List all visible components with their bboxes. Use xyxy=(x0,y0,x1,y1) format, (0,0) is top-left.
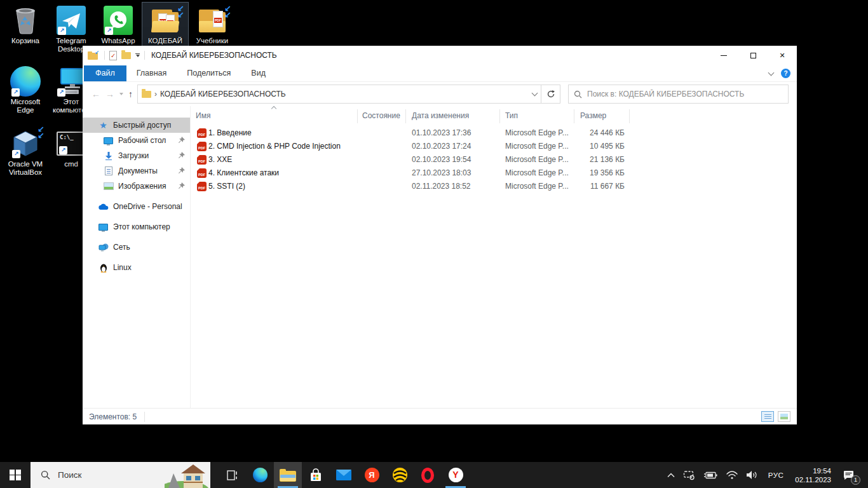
column-header-size[interactable]: Размер xyxy=(580,111,606,120)
sidebar-item-network[interactable]: Сеть xyxy=(83,240,190,255)
tab-share[interactable]: Поделиться xyxy=(177,65,241,81)
search-highlight-image xyxy=(165,462,210,488)
taskbar-search[interactable]: Поиск xyxy=(31,462,210,488)
sidebar-item-pictures[interactable]: Изображения xyxy=(83,179,190,194)
help-button[interactable]: ? xyxy=(781,69,790,78)
task-view-button[interactable] xyxy=(218,462,246,488)
sync-arrows-icon: ↙↙ xyxy=(224,6,229,18)
expand-ribbon-button[interactable] xyxy=(768,69,775,76)
file-row[interactable]: PDF 1. Введение 01.10.2023 17:36 Microso… xyxy=(191,126,797,140)
action-center-button[interactable]: 1 xyxy=(836,462,864,488)
documents-icon xyxy=(105,166,112,175)
pin-icon[interactable] xyxy=(178,167,185,174)
clock[interactable]: 19:54 02.11.2023 xyxy=(790,462,836,488)
desktop-icon xyxy=(104,137,113,144)
sync-arrows-icon: ↙↙ xyxy=(177,6,182,18)
properties-button[interactable] xyxy=(109,51,117,60)
volume-indicator[interactable] xyxy=(742,462,762,488)
details-view-button[interactable] xyxy=(761,411,774,422)
file-row[interactable]: PDF 3. XXE 02.10.2023 19:54 Microsoft Ed… xyxy=(191,153,797,166)
start-button[interactable] xyxy=(0,462,31,488)
thumbnails-view-button[interactable] xyxy=(778,411,790,422)
store-icon xyxy=(309,468,323,482)
shortcut-arrow-icon: ↗ xyxy=(58,27,66,35)
clock-time: 19:54 xyxy=(795,466,831,475)
tab-file[interactable]: Файл xyxy=(84,65,126,81)
file-type: Microsoft Edge P... xyxy=(505,142,569,151)
wifi-indicator[interactable] xyxy=(722,462,742,488)
battery-indicator[interactable] xyxy=(699,462,722,488)
pin-icon[interactable] xyxy=(178,182,185,189)
file-row[interactable]: PDF 4. Клиентские атаки 27.10.2023 18:03… xyxy=(191,166,797,180)
address-dropdown-button[interactable] xyxy=(532,90,538,97)
sidebar-item-this-pc[interactable]: Этот компьютер xyxy=(83,219,190,234)
tab-home[interactable]: Главная xyxy=(126,65,177,81)
new-folder-button[interactable] xyxy=(121,52,131,59)
sidebar-item-label: Быстрый доступ xyxy=(113,121,171,130)
shortcut-arrow-icon: ↗ xyxy=(11,88,20,97)
taskbar-microsoft-store[interactable] xyxy=(302,462,330,488)
breadcrumb[interactable]: КОДЕБАЙ КИБЕРБЕЗОПАСНОСТЬ xyxy=(160,90,286,98)
up-button[interactable]: ↑ xyxy=(128,89,133,99)
sync-arrows-icon: ↙↙ xyxy=(37,126,43,139)
refresh-button[interactable] xyxy=(541,85,560,104)
column-header-type[interactable]: Тип xyxy=(505,111,518,120)
pin-icon[interactable] xyxy=(178,137,185,144)
sidebar-item-onedrive[interactable]: OneDrive - Personal xyxy=(83,199,190,214)
desktop-icon-label: Учебники xyxy=(189,37,235,45)
file-row[interactable]: PDF 2. CMD Injection & PHP Code Injectio… xyxy=(191,140,797,153)
language-indicator[interactable]: РУС xyxy=(762,462,790,488)
desktop-icon-edge[interactable]: ↗ Microsoft Edge xyxy=(3,64,48,116)
taskbar-file-explorer[interactable] xyxy=(274,462,302,488)
search-box[interactable]: Поиск в: КОДЕБАЙ КИБЕРБЕЗОПАСНОСТЬ xyxy=(568,85,789,104)
folder-pdf-icon: PDF PDF ↙↙ xyxy=(142,4,188,37)
computer-icon xyxy=(98,224,108,231)
file-name: 1. Введение xyxy=(208,128,252,137)
desktop-icon-recycle-bin[interactable]: Корзина xyxy=(3,3,48,46)
linux-penguin-icon xyxy=(100,263,107,273)
close-button[interactable]: ✕ xyxy=(768,46,797,65)
taskbar-mail[interactable] xyxy=(330,462,358,488)
file-row[interactable]: PDF 5. SSTI (2) 02.11.2023 18:52 Microso… xyxy=(191,180,797,193)
taskbar-search-placeholder: Поиск xyxy=(58,470,81,480)
tray-expand-button[interactable] xyxy=(663,462,679,488)
desktop-icon-whatsapp[interactable]: ↗ WhatsApp xyxy=(95,3,141,46)
sidebar-item-downloads[interactable]: Загрузки xyxy=(83,148,190,163)
taskbar-yandex[interactable]: Я xyxy=(358,462,386,488)
desktop-icon-uchebniki[interactable]: PDF ↙↙ Учебники xyxy=(189,3,235,46)
pin-icon[interactable] xyxy=(178,152,185,159)
recent-locations-button[interactable] xyxy=(119,93,123,95)
customize-toolbar-button[interactable] xyxy=(135,53,140,57)
downloads-icon xyxy=(104,151,113,160)
folder-pdf-icon: PDF ↙↙ xyxy=(189,4,235,37)
taskbar-edge[interactable] xyxy=(246,462,274,488)
taskbar-opera[interactable] xyxy=(414,462,442,488)
forward-button[interactable]: → xyxy=(105,89,114,99)
taskbar-yandex-browser[interactable]: Y xyxy=(442,462,470,488)
back-button[interactable]: ← xyxy=(92,89,100,99)
beeline-icon xyxy=(393,468,407,482)
sidebar-item-documents[interactable]: Документы xyxy=(83,163,190,179)
taskbar-beeline[interactable] xyxy=(386,462,414,488)
file-name: 5. SSTI (2) xyxy=(208,182,245,191)
sidebar-item-quick-access[interactable]: ★ Быстрый доступ xyxy=(83,118,190,133)
column-header-name[interactable]: Имя xyxy=(196,111,210,120)
opera-icon xyxy=(421,468,434,483)
sidebar-item-desktop[interactable]: Рабочий стол xyxy=(83,133,190,148)
maximize-button[interactable] xyxy=(738,46,768,65)
desktop-icon-virtualbox[interactable]: ↗ ↙↙ Oracle VM VirtualBox xyxy=(3,126,48,178)
desktop-icon-kodebay[interactable]: PDF PDF ↙↙ КОДЕБАЙ xyxy=(142,3,188,46)
sidebar-item-label: Сеть xyxy=(113,243,130,252)
pdf-file-icon: PDF xyxy=(197,155,207,165)
windows-logo-icon xyxy=(10,470,21,481)
minimize-button[interactable] xyxy=(709,46,738,65)
sidebar-item-label: Загрузки xyxy=(118,151,149,160)
column-header-date[interactable]: Дата изменения xyxy=(412,111,469,120)
address-bar[interactable]: › КОДЕБАЙ КИБЕРБЕЗОПАСНОСТЬ xyxy=(137,85,541,104)
tray-app-button[interactable] xyxy=(679,462,699,488)
column-header-status[interactable]: Состояние xyxy=(362,111,400,120)
tab-view[interactable]: Вид xyxy=(241,65,276,81)
quick-access-toolbar xyxy=(104,51,145,60)
sidebar-item-linux[interactable]: Linux xyxy=(83,260,190,275)
wifi-icon xyxy=(726,470,738,480)
